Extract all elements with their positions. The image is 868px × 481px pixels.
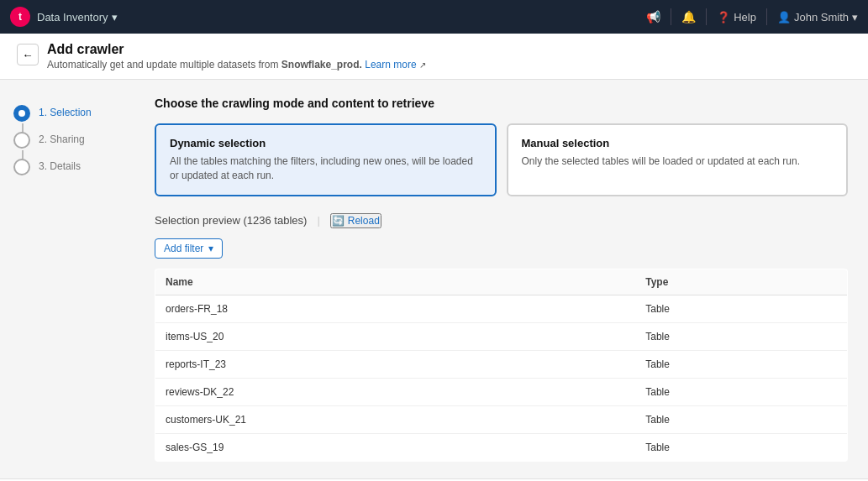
back-button[interactable]: ← xyxy=(17,44,39,65)
reload-label: Reload xyxy=(348,215,380,227)
add-filter-label: Add filter xyxy=(164,243,203,254)
cell-name: customers-UK_21 xyxy=(155,405,636,433)
cell-type: Table xyxy=(635,405,847,433)
cell-name: items-US_20 xyxy=(155,322,636,350)
step-dot xyxy=(18,110,25,117)
content-area: Choose the crawling mode and content to … xyxy=(134,80,868,478)
table-row: reviews-DK_22Table xyxy=(155,378,848,405)
app-logo[interactable]: t xyxy=(10,7,30,27)
app-name-label: Data Inventory xyxy=(37,11,108,24)
table-header: Name Type xyxy=(155,269,848,295)
dynamic-card-desc: All the tables matching the filters, inc… xyxy=(170,154,481,183)
table-body: orders-FR_18Tableitems-US_20Tablereports… xyxy=(155,295,848,461)
bell-icon[interactable]: 🔔 xyxy=(681,10,696,24)
manual-card-title: Manual selection xyxy=(522,137,834,149)
sidebar-item-sharing[interactable]: 2. Sharing xyxy=(13,127,121,154)
source-name: Snowflake_prod. xyxy=(281,59,362,71)
chevron-down-icon: ▾ xyxy=(208,243,213,254)
data-table: Name Type orders-FR_18Tableitems-US_20Ta… xyxy=(155,269,848,462)
col-type: Type xyxy=(635,269,847,295)
user-menu[interactable]: 👤 John Smith ▾ xyxy=(777,11,858,24)
step-2-circle xyxy=(13,132,30,149)
cell-name: reviews-DK_22 xyxy=(155,378,636,405)
help-button[interactable]: ❓ Help xyxy=(717,11,756,24)
user-icon: 👤 xyxy=(777,11,791,24)
table-row: items-US_20Table xyxy=(155,322,848,350)
sidebar-item-details[interactable]: 3. Details xyxy=(13,154,121,180)
divider xyxy=(671,8,671,25)
app-title[interactable]: Data Inventory ▾ xyxy=(37,11,118,24)
cell-type: Table xyxy=(635,433,847,461)
dynamic-selection-card[interactable]: Dynamic selection All the tables matchin… xyxy=(155,123,497,196)
table-row: customers-UK_21Table xyxy=(155,405,848,433)
step-1-label: 1. Selection xyxy=(39,105,92,118)
step-2-label: 2. Sharing xyxy=(39,132,85,145)
external-link-icon: ↗ xyxy=(419,60,426,70)
preview-bar: Selection preview (1236 tables) | 🔄 Relo… xyxy=(155,213,848,228)
chevron-icon: ▾ xyxy=(112,11,118,24)
navbar: t Data Inventory ▾ 📢 🔔 ❓ Help 👤 John Smi… xyxy=(0,0,868,34)
cell-type: Table xyxy=(635,322,847,350)
navbar-right: 📢 🔔 ❓ Help 👤 John Smith ▾ xyxy=(646,8,858,25)
step-3-circle xyxy=(13,159,30,175)
subtitle-text: Automatically get and update multiple da… xyxy=(47,59,278,71)
cell-type: Table xyxy=(635,350,847,378)
selection-cards: Dynamic selection All the tables matchin… xyxy=(155,123,848,196)
sidebar-item-selection[interactable]: 1. Selection xyxy=(13,100,121,127)
user-name-label: John Smith xyxy=(794,11,849,24)
question-icon: ❓ xyxy=(717,11,730,24)
navbar-left: t Data Inventory ▾ xyxy=(10,7,118,27)
step-3-label: 3. Details xyxy=(39,159,81,172)
page-title-area: Add crawler Automatically get and update… xyxy=(47,42,426,71)
cell-type: Table xyxy=(635,378,847,405)
bar-separator: | xyxy=(317,214,319,227)
cell-name: orders-FR_18 xyxy=(155,295,636,322)
page-subtitle: Automatically get and update multiple da… xyxy=(47,59,426,71)
col-name: Name xyxy=(155,269,636,295)
chevron-down-icon: ▾ xyxy=(852,11,858,24)
dynamic-card-title: Dynamic selection xyxy=(170,137,481,149)
main-layout: 1. Selection 2. Sharing 3. Details Choos… xyxy=(0,80,868,478)
megaphone-icon[interactable]: 📢 xyxy=(646,10,660,24)
learn-more-link[interactable]: Learn more xyxy=(365,59,416,71)
back-arrow-icon: ← xyxy=(22,49,33,61)
table-row: orders-FR_18Table xyxy=(155,295,848,322)
section-title: Choose the crawling mode and content to … xyxy=(155,97,848,110)
table-row: reports-IT_23Table xyxy=(155,350,848,378)
cell-name: reports-IT_23 xyxy=(155,350,636,378)
divider xyxy=(706,8,707,25)
preview-label: Selection preview (1236 tables) xyxy=(155,214,307,227)
reload-icon: 🔄 xyxy=(332,215,345,227)
cell-name: sales-GS_19 xyxy=(155,433,636,461)
page-title: Add crawler xyxy=(47,42,426,57)
step-1-circle xyxy=(13,105,30,122)
manual-selection-card[interactable]: Manual selection Only the selected table… xyxy=(507,123,849,196)
cell-type: Table xyxy=(635,295,847,322)
table-row: sales-GS_19Table xyxy=(155,433,848,461)
page-header: ← Add crawler Automatically get and upda… xyxy=(0,34,868,80)
steps-sidebar: 1. Selection 2. Sharing 3. Details xyxy=(0,80,134,478)
manual-card-desc: Only the selected tables will be loaded … xyxy=(522,154,834,169)
add-filter-button[interactable]: Add filter ▾ xyxy=(155,238,223,259)
divider xyxy=(766,8,767,25)
reload-button[interactable]: 🔄 Reload xyxy=(330,213,381,228)
